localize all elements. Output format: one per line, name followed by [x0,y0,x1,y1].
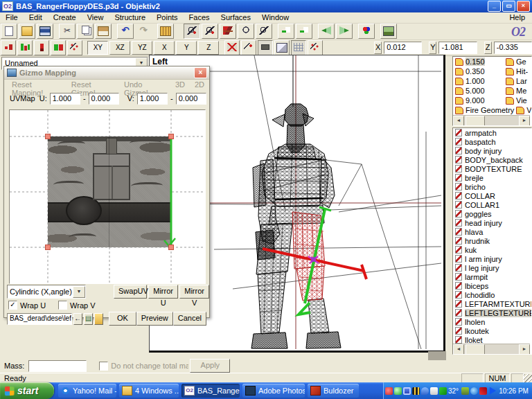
lod-label[interactable]: 5.000 [466,87,485,95]
drag-points-mode-button[interactable] [67,40,82,55]
lod-label[interactable]: Ge [516,57,526,66]
pointer-icon[interactable] [430,387,438,395]
viewer-button[interactable] [380,24,397,39]
scroll-left-icon[interactable]: ◄ [453,344,464,355]
texture-item[interactable]: kuk [453,245,531,254]
texture-label[interactable]: brejle [465,174,484,182]
axis-yz-button[interactable]: YZ [132,41,152,55]
menu-surfaces[interactable]: Surfaces [215,12,256,23]
texture-label[interactable]: lkoutek [465,327,489,335]
lod-item[interactable]: Fire Geometry Vie [453,105,531,115]
select-faces-mode-button[interactable] [17,40,33,55]
dialog-title-bar[interactable]: Gizmo Mapping × [4,66,209,80]
minimize-button[interactable]: _ [488,1,501,12]
texture-label[interactable]: BODY_backpack [465,156,523,164]
winamp-icon[interactable] [479,387,487,395]
texture-item[interactable]: baspatch [453,137,531,146]
lod-label[interactable]: Me [516,87,526,95]
chat-icon[interactable] [421,387,429,395]
texture-label[interactable]: l arm injury [465,255,502,263]
coord-y-input[interactable]: -1.081 [438,42,477,54]
lod-label[interactable]: Vie [526,106,532,114]
menu-structure[interactable]: Structure [109,12,151,23]
lod-item[interactable]: 5.000 Me [453,86,531,96]
menu-points[interactable]: Points [151,12,184,23]
face-back-button[interactable] [336,24,353,39]
cut-button[interactable]: ✂ [59,24,76,39]
import-points-button[interactable] [278,24,294,39]
u-scale-input[interactable]: 1.000 [50,93,80,105]
energy-icon[interactable] [461,387,469,395]
v-offset-input[interactable]: 0.000 [176,93,206,105]
menu-help[interactable]: Help [504,12,532,23]
zoom-selection-button[interactable] [202,24,218,39]
select-objects-mode-button[interactable] [34,40,49,55]
redo-button[interactable]: ↷ [135,24,152,39]
select-points-mode-button[interactable] [1,40,16,55]
texture-item[interactable]: BODYTEXTURE [453,164,531,173]
texture-label[interactable]: bricho [465,183,486,191]
texture-item[interactable]: armpatch [453,128,531,137]
axis-xz-button[interactable]: XZ [109,41,130,55]
projection-select[interactable]: Cylindric (X,angle) ▼ [7,285,86,299]
rgb-color-button[interactable] [358,24,375,39]
texture-label[interactable]: hlava [465,228,483,236]
mode-2d-item[interactable]: 2D [190,80,209,91]
uv-gizmo-overlay[interactable] [10,110,205,283]
texture-label[interactable]: lchodidlo [465,291,495,299]
menu-create[interactable]: Create [48,12,82,23]
texture-label[interactable]: kuk [465,246,477,254]
mass-input[interactable] [28,360,87,372]
texture-item[interactable]: hrudnik [453,236,531,245]
texture-label[interactable]: lloket [465,336,483,344]
mirror-v-button[interactable]: Mirror V [179,285,209,299]
scroll-left-icon[interactable]: ◄ [453,116,464,126]
task-photoshop[interactable]: Adobe Photos... [242,384,305,398]
texture-label[interactable]: goggles [465,210,492,218]
gizmo-mapping-dialog[interactable]: Gizmo Mapping × Reset Mapping! Reset Giz… [3,66,210,318]
reset-gizmo-item[interactable]: Reset Gizmo! [66,80,119,91]
lod-label[interactable]: 1.000 [466,77,485,85]
texture-item[interactable]: lchodidlo [453,290,531,299]
lod-label[interactable]: 0.150 [466,57,485,66]
coord-z-input[interactable]: -0.335 [494,42,532,54]
cancel-button[interactable]: Cancel [173,312,206,326]
preview-button[interactable]: Preview [136,312,173,326]
mirror-u-button[interactable]: Mirror U [148,285,178,299]
zoom-select-button[interactable] [184,24,200,39]
open-file-button[interactable] [19,24,35,39]
wrap-v-checkbox[interactable] [58,301,67,310]
paste-button[interactable] [95,24,112,39]
lod-scrollbar[interactable]: ◄ ► [453,115,530,125]
menu-window[interactable]: Window [256,12,294,23]
menu-faces[interactable]: Faces [184,12,215,23]
undo-gizmo-item[interactable]: Undo Gizmo! [119,80,170,91]
lod-item[interactable]: 0.350 Hit- [453,66,531,76]
temperature-indicator[interactable]: 32° [448,387,459,395]
undo-button[interactable]: ↶ [117,24,134,39]
zoom-button[interactable] [256,24,272,39]
apply-button[interactable]: Apply [190,359,230,373]
close-button[interactable]: × [517,1,530,12]
axis-xy-button[interactable]: XY [87,41,108,55]
swapuv-button[interactable]: SwapUV [114,285,147,299]
task-objektiv[interactable]: O2 BAS_RangerF... [181,384,240,398]
coord-x-input[interactable]: 0.012 [384,42,422,54]
axis-z-button[interactable]: Z [198,41,219,55]
axis-y-button[interactable]: Y [176,41,197,55]
texture-item[interactable]: bricho [453,182,531,191]
maximize-button[interactable]: ▭ [502,1,515,12]
scroll-thumb[interactable] [466,116,485,126]
texture-label[interactable]: COLLAR1 [465,201,499,209]
start-button[interactable]: start [0,382,54,399]
texture-label[interactable]: lbiceps [465,282,488,290]
texture-item[interactable]: COLLAR [453,191,531,200]
axis-x-button[interactable]: X [154,41,175,55]
uv-corner-handles[interactable] [46,134,174,250]
pin-selection-button[interactable] [241,40,256,55]
ok-button[interactable]: OK [109,312,136,326]
texture-item[interactable]: BODY_backpack [453,155,531,164]
mode-3d-item[interactable]: 3D [170,80,190,91]
messenger-icon[interactable] [385,387,393,395]
lod-list[interactable]: 0.150 Ge 0.350 Hit- 1.000 Lar 5.000 Me 9… [452,56,532,126]
